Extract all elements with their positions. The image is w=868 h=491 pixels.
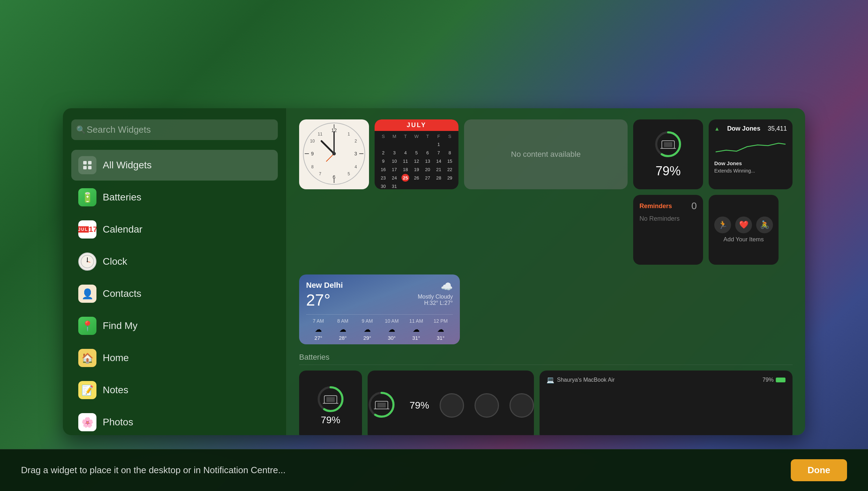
done-button[interactable]: Done: [791, 459, 847, 481]
sidebar-item-all-widgets[interactable]: All Widgets: [71, 150, 278, 181]
news-header: ▲ Dow Jones 35,411: [714, 125, 787, 132]
sidebar-item-calendar[interactable]: JUL 17 Calendar: [71, 214, 278, 245]
fitness-icons: 🏃 ❤️ 🚴: [714, 217, 773, 233]
svg-text:1: 1: [348, 132, 350, 137]
battery-ring-sm: [317, 385, 345, 415]
macbook-name: Shaurya's MacBook Air: [557, 377, 615, 383]
cloud-icon: ☁️: [441, 281, 453, 292]
battery-small-widget[interactable]: 79%: [633, 119, 703, 189]
calendar-days: 1 2 3 4 5 6 7 8 9 10 11 12 13 1: [378, 140, 455, 189]
top-widgets-row: 12 3 6 9 1 2 4 5 7 8 10 11: [299, 119, 793, 265]
weather-left: New Delhi 27°: [306, 281, 343, 309]
forecast-11am: 11 AM ☁ 31°: [404, 318, 428, 341]
fitness-widget[interactable]: 🏃 ❤️ 🚴 Add Your Items: [709, 195, 779, 265]
sidebar-item-home[interactable]: 🏠 Home: [71, 343, 278, 373]
svg-rect-43: [377, 403, 386, 408]
svg-text:9: 9: [311, 151, 314, 156]
macbook-header: 💻 Shaurya's MacBook Air 79%: [547, 376, 786, 384]
calendar-widget[interactable]: JULY S M T W T F S: [375, 119, 458, 189]
svg-rect-2: [83, 166, 87, 169]
batteries-section: Batteries 79%: [299, 353, 793, 435]
news-widget[interactable]: ▲ Dow Jones 35,411 Dow Jones Extends Win…: [709, 119, 793, 189]
news-chart: [714, 138, 787, 155]
svg-text:10: 10: [310, 139, 315, 144]
battery-percent: 79%: [656, 164, 681, 178]
right-widgets-col: 79% ▲ Dow Jones 35,411: [633, 119, 793, 265]
weather-widget[interactable]: New Delhi 27° ☁️ Mostly Cloudy H:32° L:2…: [299, 274, 460, 344]
battery-slot-2: [440, 393, 464, 418]
sidebar-item-clock[interactable]: Clock: [71, 246, 278, 277]
add-items-label: Add Your Items: [723, 236, 764, 243]
sidebar-item-photos[interactable]: 🌸 Photos: [71, 407, 278, 435]
dow-arrow: ▲: [714, 126, 720, 132]
sidebar-item-contacts[interactable]: 👤 Contacts: [71, 278, 278, 309]
fitness-icon-3: 🚴: [756, 217, 773, 233]
reminders-widget[interactable]: Reminders 0 No Reminders: [633, 195, 703, 265]
news-body: Dow Jones Extends Winning...: [714, 160, 787, 175]
notes-icon: 📝: [78, 381, 96, 399]
sidebar-item-label: Contacts: [103, 288, 142, 299]
battery-widget-small[interactable]: 79%: [299, 371, 362, 435]
battery-slot-4: [509, 393, 534, 418]
contacts-icon: 👤: [78, 285, 96, 303]
svg-text:8: 8: [311, 164, 314, 169]
weather-city: New Delhi: [306, 281, 343, 290]
reminders-count: 0: [691, 200, 697, 212]
weather-condition: Mostly Cloudy H:32° L:27°: [418, 294, 453, 306]
forecast-9am: 9 AM ☁ 29°: [355, 318, 379, 341]
weather-forecast: 7 AM ☁ 27° 8 AM ☁ 28° 9 AM ☁ 29°: [306, 314, 453, 341]
weather-temp: 27°: [306, 291, 343, 309]
battery-news-row: 79% ▲ Dow Jones 35,411: [633, 119, 793, 189]
reminders-header: Reminders 0: [639, 200, 697, 212]
battery-md-pct: 79%: [410, 400, 429, 411]
svg-rect-1: [88, 161, 92, 164]
sidebar-item-label: All Widgets: [103, 160, 152, 171]
weather-right: ☁️ Mostly Cloudy H:32° L:27°: [418, 281, 453, 306]
bottom-hint: Drag a widget to place it on the desktop…: [21, 465, 285, 476]
sidebar-item-find-my[interactable]: 📍 Find My: [71, 310, 278, 341]
forecast-8am: 8 AM ☁ 28°: [331, 318, 355, 341]
clock-widget[interactable]: 12 3 6 9 1 2 4 5 7 8 10 11: [299, 119, 369, 189]
analog-clock: 12 3 6 9 1 2 4 5 7 8 10 11: [303, 122, 366, 186]
macbook-icon: 💻: [547, 376, 554, 384]
battery-widget-large[interactable]: 💻 Shaurya's MacBook Air 79%: [540, 371, 793, 435]
svg-rect-38: [326, 397, 335, 402]
find-my-icon: 📍: [78, 317, 96, 335]
svg-rect-0: [83, 161, 87, 164]
home-icon: 🏠: [78, 349, 96, 367]
no-content-widget: No content available: [464, 119, 628, 189]
sidebar-item-label: Notes: [103, 384, 128, 396]
calendar-grid: S M T W T F S 1: [375, 131, 458, 189]
macbook-battery-content: [547, 387, 786, 432]
battery-slot-3: [475, 393, 499, 418]
svg-text:4: 4: [355, 164, 357, 169]
calendar-header: JULY: [375, 119, 458, 131]
svg-text:2: 2: [355, 139, 357, 144]
fitness-icon-2: ❤️: [735, 217, 752, 233]
svg-rect-33: [664, 142, 672, 147]
dow-jones-value: 35,411: [768, 125, 787, 132]
search-input[interactable]: [71, 119, 278, 140]
sidebar-item-label: Clock: [103, 256, 127, 267]
forecast-10am: 10 AM ☁ 30°: [379, 318, 404, 341]
reminders-title: Reminders: [639, 203, 672, 210]
fitness-icon-1: 🏃: [714, 217, 731, 233]
sidebar-item-label: Calendar: [103, 224, 143, 235]
sidebar-item-batteries[interactable]: 🔋 Batteries: [71, 182, 278, 213]
sidebar-item-label: Photos: [103, 417, 133, 428]
sidebar-item-notes[interactable]: 📝 Notes: [71, 375, 278, 405]
svg-text:5: 5: [348, 171, 350, 176]
svg-point-28: [332, 152, 336, 155]
batteries-icon: 🔋: [78, 188, 96, 206]
sidebar-item-label: Batteries: [103, 192, 142, 203]
svg-text:6: 6: [333, 174, 335, 180]
battery-sm-pct: 79%: [321, 415, 340, 426]
sidebar: 🔍 All Widgets 🔋 Batteries: [63, 108, 287, 435]
search-icon: 🔍: [76, 125, 86, 134]
battery-widget-medium[interactable]: 79%: [368, 371, 534, 435]
svg-text:3: 3: [354, 151, 357, 156]
svg-point-7: [87, 261, 88, 262]
photos-icon: 🌸: [78, 413, 96, 431]
sidebar-item-label: Home: [103, 352, 129, 364]
forecast-12pm: 12 PM ☁ 31°: [428, 318, 453, 341]
